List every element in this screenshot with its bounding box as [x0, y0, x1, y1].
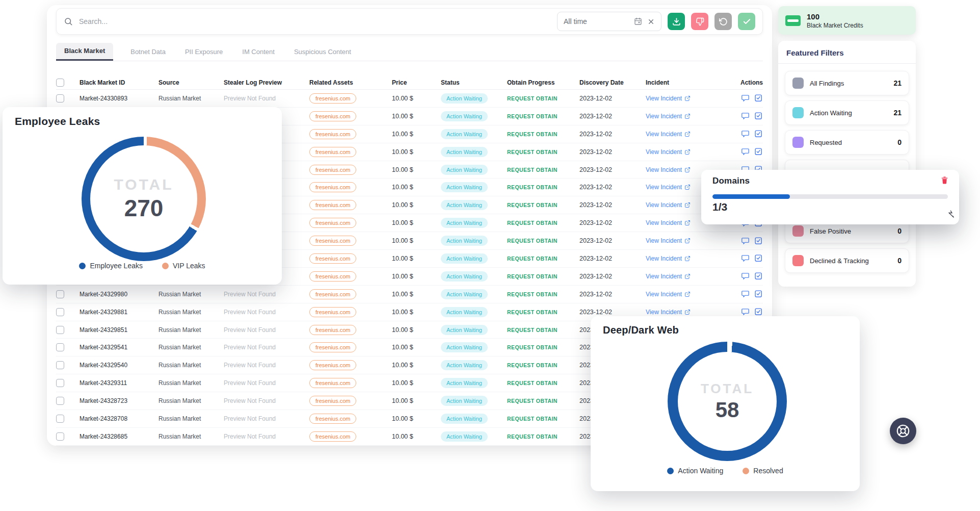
comment-icon[interactable]	[741, 130, 750, 138]
comment-icon[interactable]	[741, 254, 750, 263]
view-incident-link[interactable]: View Incident	[646, 291, 691, 298]
related-asset-pill[interactable]: fresenius.com	[309, 378, 356, 388]
related-asset-pill[interactable]: fresenius.com	[309, 289, 356, 299]
view-incident-link[interactable]: View Incident	[646, 273, 691, 280]
request-obtain-button[interactable]: REQUEST OBTAIN	[507, 433, 579, 440]
comment-icon[interactable]	[741, 147, 750, 156]
comment-icon[interactable]	[741, 290, 750, 298]
resolve-check-icon[interactable]	[754, 237, 763, 245]
related-asset-pill[interactable]: fresenius.com	[309, 200, 356, 210]
dislike-button[interactable]	[691, 13, 708, 30]
related-asset-pill[interactable]: fresenius.com	[309, 307, 356, 317]
search-input[interactable]	[79, 17, 551, 25]
comment-icon[interactable]	[741, 112, 750, 120]
resolve-check-icon[interactable]	[754, 272, 763, 280]
request-obtain-button[interactable]: REQUEST OBTAIN	[507, 167, 579, 173]
request-obtain-button[interactable]: REQUEST OBTAIN	[507, 95, 579, 101]
request-obtain-button[interactable]: REQUEST OBTAIN	[507, 344, 579, 350]
request-obtain-button[interactable]: REQUEST OBTAIN	[507, 202, 579, 208]
related-asset-pill[interactable]: fresenius.com	[309, 253, 356, 264]
related-asset-pill[interactable]: fresenius.com	[309, 129, 356, 139]
filter-item[interactable]: All Findings21	[785, 71, 909, 95]
filter-item[interactable]: Requested0	[785, 130, 909, 155]
related-asset-pill[interactable]: fresenius.com	[309, 165, 356, 175]
request-obtain-button[interactable]: REQUEST OBTAIN	[507, 273, 579, 279]
request-obtain-button[interactable]: REQUEST OBTAIN	[507, 256, 579, 262]
resolve-check-icon[interactable]	[754, 147, 763, 156]
request-obtain-button[interactable]: REQUEST OBTAIN	[507, 380, 579, 386]
related-asset-pill[interactable]: fresenius.com	[309, 93, 356, 104]
view-incident-link[interactable]: View Incident	[646, 148, 691, 156]
view-incident-link[interactable]: View Incident	[646, 255, 691, 262]
comment-icon[interactable]	[741, 94, 750, 103]
related-asset-pill[interactable]: fresenius.com	[309, 271, 356, 282]
row-checkbox[interactable]	[56, 415, 64, 423]
comment-icon[interactable]	[741, 308, 750, 316]
related-asset-pill[interactable]: fresenius.com	[309, 431, 356, 442]
request-obtain-button[interactable]: REQUEST OBTAIN	[507, 416, 579, 422]
view-incident-link[interactable]: View Incident	[646, 131, 691, 138]
related-asset-pill[interactable]: fresenius.com	[309, 111, 356, 121]
row-checkbox[interactable]	[56, 290, 64, 298]
request-obtain-button[interactable]: REQUEST OBTAIN	[507, 220, 579, 226]
view-incident-link[interactable]: View Incident	[646, 166, 691, 173]
filter-item[interactable]: Action Waiting21	[785, 100, 909, 125]
help-button[interactable]	[890, 418, 916, 444]
filter-item[interactable]: Declined & Tracking0	[785, 248, 909, 273]
date-range-filter[interactable]: All time	[557, 12, 661, 31]
request-obtain-button[interactable]: REQUEST OBTAIN	[507, 362, 579, 368]
related-asset-pill[interactable]: fresenius.com	[309, 325, 356, 335]
related-asset-pill[interactable]: fresenius.com	[309, 342, 356, 352]
related-asset-pill[interactable]: fresenius.com	[309, 360, 356, 370]
view-incident-link[interactable]: View Incident	[646, 201, 691, 209]
tab-black-market[interactable]: Black Market	[56, 43, 113, 61]
row-checkbox[interactable]	[56, 379, 64, 387]
related-asset-pill[interactable]: fresenius.com	[309, 147, 356, 157]
undo-button[interactable]	[714, 13, 732, 30]
view-incident-link[interactable]: View Incident	[646, 95, 691, 102]
tab-botnet-data[interactable]: Botnet Data	[128, 44, 168, 61]
row-checkbox[interactable]	[56, 432, 64, 441]
resolve-check-icon[interactable]	[754, 254, 763, 263]
request-obtain-button[interactable]: REQUEST OBTAIN	[507, 131, 579, 137]
view-incident-link[interactable]: View Incident	[646, 219, 691, 226]
resolve-check-icon[interactable]	[754, 94, 763, 103]
related-asset-pill[interactable]: fresenius.com	[309, 396, 356, 406]
delete-button[interactable]	[940, 176, 949, 185]
resolve-check-icon[interactable]	[754, 290, 763, 298]
row-checkbox[interactable]	[56, 397, 64, 405]
resolve-check-icon[interactable]	[754, 112, 763, 120]
view-incident-link[interactable]: View Incident	[646, 184, 691, 191]
confirm-button[interactable]	[738, 13, 755, 30]
row-checkbox[interactable]	[56, 343, 64, 351]
view-incident-link[interactable]: View Incident	[646, 113, 691, 120]
related-asset-pill[interactable]: fresenius.com	[309, 236, 356, 246]
related-asset-pill[interactable]: fresenius.com	[309, 414, 356, 424]
download-button[interactable]	[668, 13, 685, 30]
request-obtain-button[interactable]: REQUEST OBTAIN	[507, 113, 579, 119]
view-incident-link[interactable]: View Incident	[646, 309, 691, 316]
clear-date-icon[interactable]	[647, 18, 655, 25]
request-obtain-button[interactable]: REQUEST OBTAIN	[507, 398, 579, 404]
tab-suspicious-content[interactable]: Suspicious Content	[292, 44, 353, 61]
comment-icon[interactable]	[741, 272, 750, 280]
row-checkbox[interactable]	[56, 308, 64, 316]
related-asset-pill[interactable]: fresenius.com	[309, 218, 356, 228]
request-obtain-button[interactable]: REQUEST OBTAIN	[507, 238, 579, 244]
related-asset-pill[interactable]: fresenius.com	[309, 182, 356, 192]
tab-pii-exposure[interactable]: PII Exposure	[183, 44, 225, 61]
row-checkbox[interactable]	[56, 94, 64, 103]
tab-im-content[interactable]: IM Content	[240, 44, 277, 61]
row-checkbox[interactable]	[56, 326, 64, 334]
resolve-check-icon[interactable]	[754, 130, 763, 138]
request-obtain-button[interactable]: REQUEST OBTAIN	[507, 291, 579, 297]
request-obtain-button[interactable]: REQUEST OBTAIN	[507, 327, 579, 333]
request-obtain-button[interactable]: REQUEST OBTAIN	[507, 184, 579, 190]
resolve-check-icon[interactable]	[754, 308, 763, 316]
select-all-checkbox[interactable]	[56, 79, 64, 87]
request-obtain-button[interactable]: REQUEST OBTAIN	[507, 309, 579, 315]
row-checkbox[interactable]	[56, 361, 64, 369]
request-obtain-button[interactable]: REQUEST OBTAIN	[507, 149, 579, 155]
view-incident-link[interactable]: View Incident	[646, 237, 691, 244]
comment-icon[interactable]	[741, 237, 750, 245]
